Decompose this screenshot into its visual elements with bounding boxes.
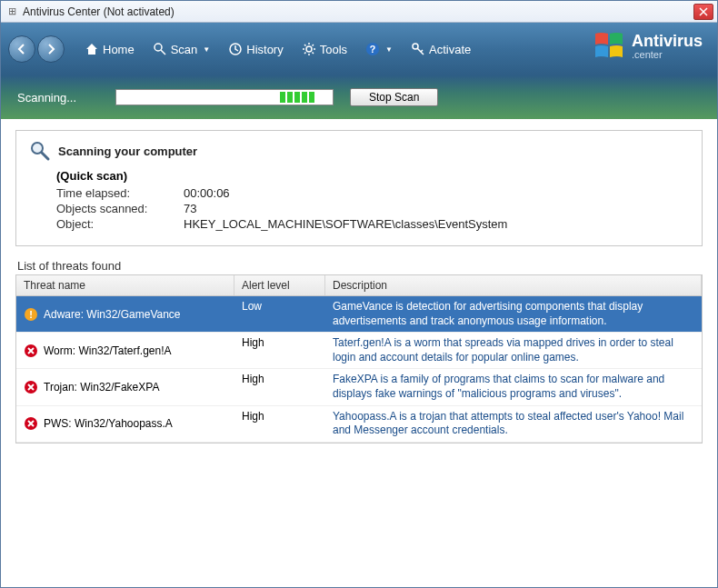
chevron-down-icon: ▼ <box>203 45 210 54</box>
panel-title: Scanning your computer <box>58 145 197 158</box>
scan-info-panel: Scanning your computer (Quick scan) Time… <box>15 130 703 246</box>
forward-button[interactable] <box>37 35 65 63</box>
threat-name-cell: Worm: Win32/Taterf.gen!A <box>16 333 234 368</box>
close-button[interactable] <box>693 4 713 20</box>
history-label: History <box>246 43 283 56</box>
objects-label: Objects scanned: <box>56 202 184 215</box>
activate-button[interactable]: Activate <box>402 23 480 75</box>
info-row-time: Time elapsed: 00:00:06 <box>56 186 689 200</box>
brand-name: Antivirus <box>632 32 703 50</box>
history-button[interactable]: History <box>219 23 292 75</box>
key-icon <box>411 42 425 56</box>
threat-level: High <box>234 333 325 368</box>
threat-name: Adware: Win32/GameVance <box>44 308 181 321</box>
threats-header: Threat name Alert level Description <box>16 275 702 296</box>
scan-label: Scan <box>171 43 198 56</box>
object-label: Object: <box>56 217 184 231</box>
error-icon <box>24 344 38 358</box>
threat-name: Worm: Win32/Taterf.gen!A <box>44 344 172 357</box>
scan-button[interactable]: Scan ▼ <box>144 23 220 75</box>
threat-desc: FakeXPA is a family of programs that cla… <box>325 369 702 404</box>
threats-list-title: List of threats found <box>17 259 703 273</box>
magnifier-icon <box>29 140 51 162</box>
help-icon: ? <box>365 42 380 56</box>
svg-text:!: ! <box>29 309 33 320</box>
app-icon: ⊞ <box>5 5 19 19</box>
threat-desc: Taterf.gen!A is a worm that spreads via … <box>325 333 702 368</box>
svg-text:?: ? <box>370 44 376 55</box>
threat-name-cell: PWS: Win32/Yahoopass.A <box>16 406 234 442</box>
threat-level: Low <box>234 296 325 332</box>
error-icon <box>24 380 38 394</box>
time-value: 00:00:06 <box>184 186 230 200</box>
scan-type: (Quick scan) <box>56 169 689 183</box>
threats-table: Threat name Alert level Description !Adw… <box>15 274 703 443</box>
panel-header: Scanning your computer <box>29 140 689 162</box>
tools-button[interactable]: Tools <box>293 23 356 75</box>
warning-icon: ! <box>24 307 38 322</box>
help-button[interactable]: ? ▼ <box>356 23 402 75</box>
toolbar: Home Scan ▼ History Tools ? ▼ <box>1 23 717 75</box>
scan-status-bar: Scanning... Stop Scan <box>1 75 717 119</box>
window-title: Antivirus Center (Not activated) <box>23 5 693 18</box>
back-button[interactable] <box>8 35 35 63</box>
progress-segments <box>280 92 314 103</box>
windows-flag-icon <box>593 30 624 61</box>
scanning-label: Scanning... <box>17 91 99 105</box>
threats-body: !Adware: Win32/GameVanceLowGameVance is … <box>16 296 702 443</box>
app-window: ⊞ Antivirus Center (Not activated) Home <box>0 0 718 588</box>
gear-icon <box>302 42 316 56</box>
threat-name: Trojan: Win32/FakeXPA <box>44 381 159 394</box>
arrow-left-icon <box>15 43 28 55</box>
home-button[interactable]: Home <box>75 23 144 75</box>
threat-name: PWS: Win32/Yahoopass.A <box>44 417 173 430</box>
threat-name-cell: !Adware: Win32/GameVance <box>16 296 234 332</box>
nav-buttons <box>8 35 65 63</box>
home-label: Home <box>103 43 135 56</box>
objects-value: 73 <box>184 202 196 215</box>
scan-icon <box>153 42 167 56</box>
threat-row[interactable]: !Adware: Win32/GameVanceLowGameVance is … <box>16 296 702 333</box>
brand-sub: .center <box>632 49 703 60</box>
object-value: HKEY_LOCAL_MACHINE\SOFTWARE\classes\Even… <box>184 217 507 231</box>
activate-label: Activate <box>429 43 471 56</box>
error-icon <box>24 416 38 431</box>
history-icon <box>228 42 243 56</box>
threat-level: High <box>234 369 325 404</box>
progress-bar <box>115 89 334 105</box>
home-icon <box>85 42 99 56</box>
threat-desc: GameVance is detection for advertising c… <box>325 296 702 332</box>
arrow-right-icon <box>45 43 57 55</box>
threat-row[interactable]: Worm: Win32/Taterf.gen!AHighTaterf.gen!A… <box>16 333 702 369</box>
threat-row[interactable]: Trojan: Win32/FakeXPAHighFakeXPA is a fa… <box>16 369 702 405</box>
svg-point-0 <box>155 44 162 51</box>
threat-level: High <box>234 406 325 442</box>
threat-desc: Yahoopass.A is a trojan that attempts to… <box>325 406 702 442</box>
stop-scan-button[interactable]: Stop Scan <box>350 88 438 106</box>
main-content: Scanning your computer (Quick scan) Time… <box>1 119 717 587</box>
titlebar: ⊞ Antivirus Center (Not activated) <box>1 1 717 23</box>
col-alert-level[interactable]: Alert level <box>234 275 325 295</box>
chevron-down-icon: ▼ <box>385 45 393 54</box>
col-description[interactable]: Description <box>325 275 702 295</box>
col-threat-name[interactable]: Threat name <box>16 275 234 295</box>
brand-logo: Antivirus .center <box>593 30 703 61</box>
info-row-objects: Objects scanned: 73 <box>56 202 689 215</box>
threat-row[interactable]: PWS: Win32/Yahoopass.AHighYahoopass.A is… <box>16 406 702 443</box>
info-row-object: Object: HKEY_LOCAL_MACHINE\SOFTWARE\clas… <box>56 217 689 231</box>
threat-name-cell: Trojan: Win32/FakeXPA <box>16 369 234 404</box>
time-label: Time elapsed: <box>56 186 184 200</box>
close-icon <box>699 7 708 16</box>
tools-label: Tools <box>320 43 347 56</box>
svg-point-2 <box>306 46 312 52</box>
